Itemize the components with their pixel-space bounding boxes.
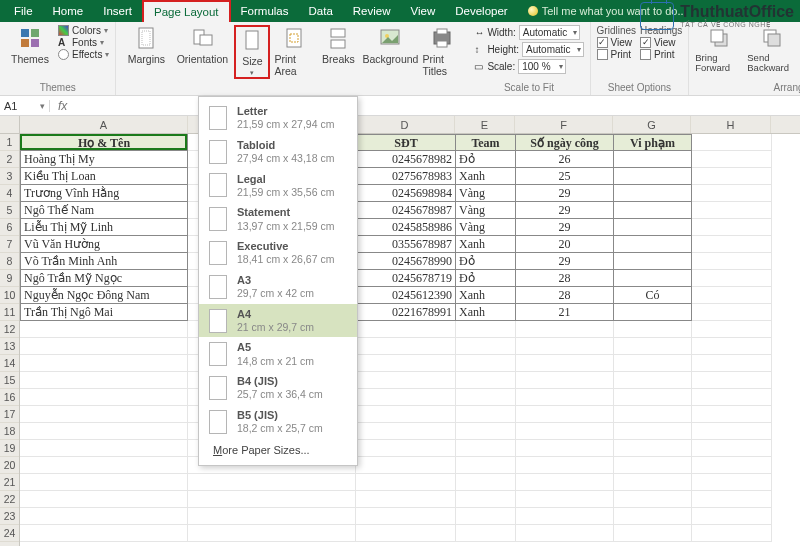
tab-data[interactable]: Data	[299, 0, 343, 22]
tab-file[interactable]: File	[4, 0, 43, 22]
row-header[interactable]: 7	[0, 236, 19, 253]
width-icon: ↔	[474, 27, 484, 38]
breaks-button[interactable]: Breaks	[318, 25, 358, 65]
row-header[interactable]: 10	[0, 287, 19, 304]
col-header[interactable]: H	[691, 116, 771, 133]
tab-review[interactable]: Review	[343, 0, 401, 22]
gridlines-label: Gridlines	[597, 25, 636, 36]
svg-rect-12	[331, 40, 345, 48]
row-header[interactable]: 24	[0, 525, 19, 542]
name-box[interactable]: A1▾	[0, 100, 50, 112]
size-option-statement[interactable]: Statement13,97 cm x 21,59 cm	[199, 202, 357, 236]
row-header[interactable]: 1	[0, 134, 19, 151]
gridlines-view-checkbox[interactable]: ✓View	[597, 37, 636, 48]
select-all-corner[interactable]	[0, 116, 19, 134]
size-option-executive[interactable]: Executive18,41 cm x 26,67 cm	[199, 236, 357, 270]
col-header[interactable]: F	[515, 116, 613, 133]
tab-home[interactable]: Home	[43, 0, 94, 22]
tab-formulas[interactable]: Formulas	[231, 0, 299, 22]
size-button[interactable]: Size▾	[234, 25, 270, 79]
size-option-legal[interactable]: Legal21,59 cm x 35,56 cm	[199, 169, 357, 203]
size-option-letter[interactable]: Letter21,59 cm x 27,94 cm	[199, 101, 357, 135]
headings-view-checkbox[interactable]: ✓View	[640, 37, 682, 48]
size-option-a4[interactable]: A421 cm x 29,7 cm	[199, 304, 357, 338]
row-header[interactable]: 4	[0, 185, 19, 202]
table-row: Kiều Thị Loan0275678983Xanh25	[20, 168, 800, 185]
checkbox-icon	[640, 49, 651, 60]
row-header[interactable]: 22	[0, 491, 19, 508]
fonts-button[interactable]: AFonts▾	[58, 37, 109, 48]
fx-icon[interactable]: fx	[50, 99, 75, 113]
logo-text: ThuthuatOffice	[680, 3, 794, 21]
row-header[interactable]: 2	[0, 151, 19, 168]
column-headers: A D E F G H	[20, 116, 800, 134]
scale-width[interactable]: ↔Width:Automatic	[474, 25, 583, 40]
checkbox-checked-icon: ✓	[640, 37, 651, 48]
headings-print-checkbox[interactable]: Print	[640, 49, 682, 60]
row-header[interactable]: 6	[0, 219, 19, 236]
group-label-page-setup	[122, 82, 462, 95]
row-header[interactable]: 18	[0, 423, 19, 440]
print-area-button[interactable]: Print Area	[274, 25, 314, 77]
page-icon	[209, 241, 227, 265]
more-paper-sizes[interactable]: More Paper Sizes...	[199, 439, 357, 461]
size-option-tabloid[interactable]: Tabloid27,94 cm x 43,18 cm	[199, 135, 357, 169]
table-row: Trương Vĩnh Hằng0245698984Vàng29	[20, 185, 800, 202]
table-row: Liễu Thị Mỹ Linh0245858986Vàng29	[20, 219, 800, 236]
row-header[interactable]: 12	[0, 321, 19, 338]
row-header[interactable]: 15	[0, 372, 19, 389]
orientation-button[interactable]: Orientation	[174, 25, 230, 65]
col-header[interactable]: G	[613, 116, 691, 133]
size-option-b4-jis-[interactable]: B4 (JIS)25,7 cm x 36,4 cm	[199, 371, 357, 405]
watermark-logo: ThuthuatOffice TẤT CẢ VỀ CÔNG NGHỆ	[640, 2, 794, 30]
table-row: Ngô Trần Mỹ Ngọc0245678719Đỏ28	[20, 270, 800, 287]
row-header[interactable]: 8	[0, 253, 19, 270]
size-option-a3[interactable]: A329,7 cm x 42 cm	[199, 270, 357, 304]
size-option-a5[interactable]: A514,8 cm x 21 cm	[199, 337, 357, 371]
tab-view[interactable]: View	[401, 0, 446, 22]
gridlines-print-checkbox[interactable]: Print	[597, 49, 636, 60]
send-backward-button[interactable]: Send Backward	[747, 25, 797, 72]
print-titles-button[interactable]: Print Titles	[422, 25, 462, 77]
col-header[interactable]: E	[455, 116, 515, 133]
group-label-themes: Themes	[6, 82, 109, 95]
themes-button[interactable]: Themes	[6, 25, 54, 65]
formula-bar: A1▾ fx	[0, 96, 800, 116]
row-header[interactable]: 23	[0, 508, 19, 525]
tab-page-layout[interactable]: Page Layout	[142, 0, 231, 22]
row-header[interactable]: 9	[0, 270, 19, 287]
group-page-setup: Margins Orientation Size▾ Print Area Bre…	[116, 22, 468, 95]
row-header[interactable]: 14	[0, 355, 19, 372]
tab-insert[interactable]: Insert	[93, 0, 142, 22]
background-button[interactable]: Background	[362, 25, 418, 65]
cells-area[interactable]: A D E F G H Họ & TênSĐTTeamSố ngày côngV…	[20, 116, 800, 546]
page-icon	[209, 410, 227, 434]
table-row: Trần Thị Ngô Mai0221678991Xanh21	[20, 304, 800, 321]
row-header[interactable]: 16	[0, 389, 19, 406]
row-header[interactable]: 5	[0, 202, 19, 219]
empty-row	[20, 440, 800, 457]
size-option-b5-jis-[interactable]: B5 (JIS)18,2 cm x 25,7 cm	[199, 405, 357, 439]
margins-button[interactable]: Margins	[122, 25, 170, 65]
table-row: Hoàng Thị My0245678982Đỏ26	[20, 151, 800, 168]
size-icon	[239, 27, 265, 53]
row-header[interactable]: 20	[0, 457, 19, 474]
col-header[interactable]: A	[20, 116, 188, 133]
row-header[interactable]: 17	[0, 406, 19, 423]
row-header[interactable]: 13	[0, 338, 19, 355]
empty-row	[20, 355, 800, 372]
group-sheet-options: Gridlines ✓View Print Headings ✓View Pri…	[591, 22, 690, 95]
colors-button[interactable]: Colors▾	[58, 25, 109, 36]
row-header[interactable]: 3	[0, 168, 19, 185]
row-header[interactable]: 21	[0, 474, 19, 491]
svg-rect-9	[287, 29, 301, 47]
empty-row	[20, 423, 800, 440]
row-header[interactable]: 19	[0, 440, 19, 457]
row-header[interactable]: 11	[0, 304, 19, 321]
bring-forward-button[interactable]: Bring Forward	[695, 25, 743, 72]
tab-developer[interactable]: Developer	[445, 0, 517, 22]
col-header[interactable]: D	[355, 116, 455, 133]
scale-percent[interactable]: ▭Scale:100 %	[474, 59, 583, 74]
scale-height[interactable]: ↕Height:Automatic	[474, 42, 583, 57]
effects-button[interactable]: Effects▾	[58, 49, 109, 60]
